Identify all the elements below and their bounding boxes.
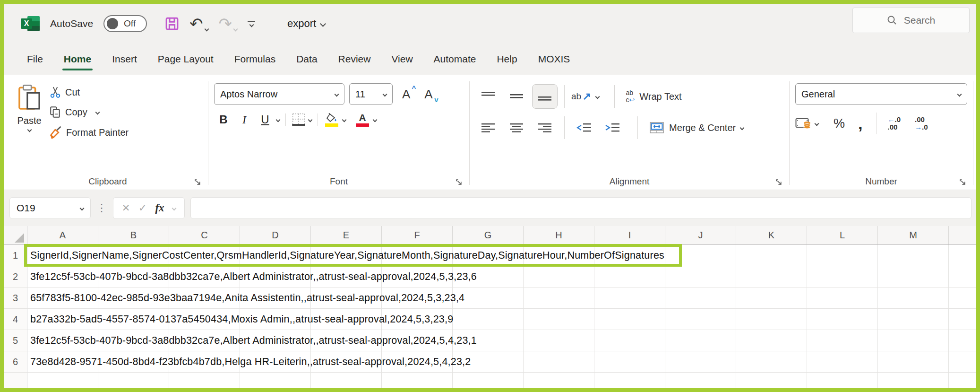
comma-style-button[interactable]: , bbox=[858, 119, 862, 128]
redo-button[interactable]: ↷ bbox=[219, 17, 238, 31]
font-group: Aptos Narrow 11 A^ Av bbox=[209, 79, 468, 190]
column-header[interactable]: N bbox=[949, 226, 976, 244]
customize-quick-access-toolbar-button[interactable] bbox=[248, 21, 255, 26]
row-number[interactable]: 6 bbox=[4, 351, 27, 372]
row-cells[interactable]: 3fe12c5f-53cb-407b-9bcd-3a8dbb32ca7e,Alb… bbox=[27, 330, 976, 351]
column-header[interactable]: M bbox=[878, 226, 949, 244]
align-left-button[interactable] bbox=[475, 115, 501, 140]
name-box[interactable]: O19 bbox=[9, 197, 91, 219]
middle-align-button[interactable] bbox=[504, 84, 529, 109]
ribbon-tab[interactable]: MOXIS bbox=[528, 47, 580, 71]
copy-icon bbox=[49, 106, 61, 118]
row-cells[interactable]: 3fe12c5f-53cb-407b-9bcd-3a8dbb32ca7e,Alb… bbox=[27, 266, 976, 287]
cell-text: 3fe12c5f-53cb-407b-9bcd-3a8dbb32ca7e,Alb… bbox=[27, 271, 477, 283]
excel-logo-icon[interactable]: X bbox=[21, 15, 40, 33]
align-center-button[interactable] bbox=[504, 115, 529, 140]
row-number[interactable]: 1 bbox=[4, 245, 27, 266]
align-right-button[interactable] bbox=[532, 115, 558, 140]
ribbon-tab[interactable]: View bbox=[381, 47, 422, 71]
underline-button[interactable]: U bbox=[256, 113, 275, 126]
merge-center-button[interactable]: Merge & Center bbox=[649, 122, 744, 134]
row-number[interactable]: 4 bbox=[4, 309, 27, 330]
decrease-decimal-button[interactable]: .00 →.0 bbox=[915, 116, 928, 131]
column-header[interactable]: J bbox=[665, 226, 736, 244]
row-number[interactable]: 3 bbox=[4, 287, 27, 308]
row-number[interactable]: 2 bbox=[4, 266, 27, 287]
number-format-select[interactable]: General bbox=[795, 83, 967, 105]
ribbon-tab[interactable]: Review bbox=[328, 47, 381, 71]
ribbon-tab[interactable]: File bbox=[17, 47, 53, 71]
bold-button[interactable]: B bbox=[214, 113, 233, 126]
vertical-dots-handle[interactable]: ⋮ bbox=[96, 202, 107, 214]
ribbon-tab[interactable]: Data bbox=[286, 47, 327, 71]
row-cells[interactable]: 73e8d428-9571-450d-8bd4-f23bfcb4b7db,Hel… bbox=[27, 351, 976, 372]
ribbon-tab[interactable]: Help bbox=[487, 47, 527, 71]
formula-input[interactable] bbox=[190, 197, 971, 219]
increase-indent-button[interactable] bbox=[600, 115, 625, 140]
alignment-dialog-launcher-icon[interactable] bbox=[775, 179, 782, 186]
column-header[interactable]: A bbox=[27, 226, 98, 244]
column-header[interactable]: K bbox=[736, 226, 807, 244]
font-dialog-launcher-icon[interactable] bbox=[456, 179, 463, 186]
column-header[interactable]: H bbox=[524, 226, 594, 244]
row-cells[interactable]: b27a332b-5ad5-4557-8574-0137a5450434,Mox… bbox=[27, 309, 976, 330]
accounting-format-button[interactable] bbox=[795, 117, 818, 130]
save-button[interactable] bbox=[165, 17, 179, 31]
column-header[interactable]: C bbox=[169, 226, 240, 244]
increase-decimal-button[interactable]: ←.0 .00 bbox=[887, 116, 901, 131]
decrease-font-size-button[interactable]: Av bbox=[424, 87, 432, 102]
row-number[interactable]: 5 bbox=[4, 330, 27, 351]
ribbon-tab[interactable]: Page Layout bbox=[148, 47, 224, 71]
wrap-text-button[interactable]: ab c↩ Wrap Text bbox=[626, 89, 682, 104]
grid-rows: 1 SignerId,SignerName,SignerCostCenter,Q… bbox=[4, 245, 976, 373]
number-dialog-launcher-icon[interactable] bbox=[959, 179, 966, 186]
merge-center-label: Merge & Center bbox=[669, 122, 736, 133]
ribbon-tab-label: View bbox=[391, 53, 413, 64]
ribbon-tab[interactable]: Home bbox=[54, 47, 101, 71]
ribbon-tab[interactable]: Formulas bbox=[224, 47, 286, 71]
cell-text: SignerId,SignerName,SignerCostCenter,Qrs… bbox=[27, 247, 679, 263]
insert-function-button[interactable]: fx bbox=[155, 202, 164, 214]
decrease-indent-button[interactable] bbox=[571, 115, 597, 140]
wrap-text-icon: ab c↩ bbox=[626, 89, 635, 104]
copy-button[interactable]: Copy bbox=[49, 106, 129, 118]
row-cells[interactable]: 65f783f5-8100-42ec-985d-93e3baa7194e,Ani… bbox=[27, 287, 976, 308]
top-align-button[interactable] bbox=[475, 84, 501, 109]
percent-style-button[interactable]: % bbox=[834, 116, 845, 131]
format-painter-button[interactable]: Format Painter bbox=[49, 126, 129, 139]
italic-button[interactable]: I bbox=[235, 113, 254, 126]
borders-button[interactable] bbox=[292, 113, 312, 127]
search-box[interactable]: Search bbox=[852, 8, 970, 33]
increase-font-size-button[interactable]: A^ bbox=[402, 87, 410, 102]
column-header[interactable]: I bbox=[594, 226, 665, 244]
ribbon-tab[interactable]: Insert bbox=[102, 47, 147, 71]
column-header[interactable]: E bbox=[311, 226, 382, 244]
select-all-button[interactable] bbox=[4, 226, 27, 244]
underline-chevron-icon[interactable] bbox=[276, 117, 281, 122]
column-header[interactable]: D bbox=[240, 226, 311, 244]
clipboard-dialog-launcher-icon[interactable] bbox=[194, 179, 201, 186]
empty-grid-row[interactable] bbox=[4, 373, 976, 388]
font-name-select[interactable]: Aptos Narrow bbox=[214, 83, 344, 105]
column-header[interactable]: F bbox=[382, 226, 453, 244]
fx-chevron-icon bbox=[172, 206, 177, 210]
row-cells[interactable]: SignerId,SignerName,SignerCostCenter,Qrs… bbox=[27, 245, 976, 266]
cancel-button[interactable]: ✕ bbox=[122, 202, 130, 214]
column-header[interactable]: L bbox=[807, 226, 878, 244]
cell-text: 3fe12c5f-53cb-407b-9bcd-3a8dbb32ca7e,Alb… bbox=[27, 335, 477, 347]
autosave-toggle[interactable]: Off bbox=[103, 15, 147, 32]
ribbon-tab[interactable]: Automate bbox=[424, 47, 486, 71]
cut-button[interactable]: Cut bbox=[49, 86, 129, 98]
screenshot-annotation-frame: X AutoSave Off ↶ ↷ export bbox=[0, 0, 980, 392]
column-header[interactable]: G bbox=[453, 226, 524, 244]
enter-button[interactable]: ✓ bbox=[138, 202, 147, 214]
fill-color-button[interactable] bbox=[324, 113, 346, 127]
workbook-title[interactable]: export bbox=[287, 17, 325, 30]
undo-button[interactable]: ↶ bbox=[189, 17, 208, 31]
column-header[interactable]: B bbox=[98, 226, 169, 244]
bottom-align-button[interactable] bbox=[532, 84, 558, 109]
font-size-select[interactable]: 11 bbox=[349, 83, 393, 105]
paste-button[interactable]: Paste bbox=[13, 81, 49, 174]
orientation-button[interactable]: ab ↗ bbox=[571, 90, 599, 103]
font-color-button[interactable]: A bbox=[354, 113, 377, 127]
